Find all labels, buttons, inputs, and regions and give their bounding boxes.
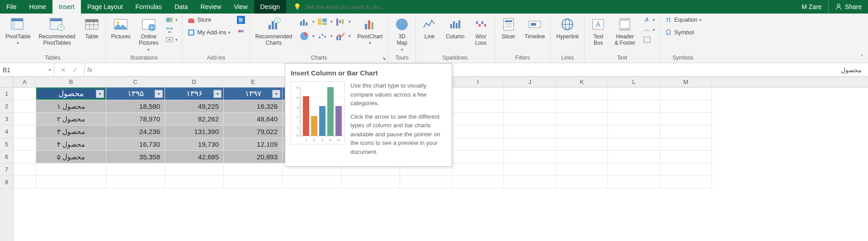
signature-line-button[interactable]: ▾ [642, 25, 656, 34]
tab-page-layout[interactable]: Page Layout [81, 0, 129, 14]
screenshot-button[interactable]: ▾ [165, 35, 179, 44]
cell[interactable] [608, 113, 660, 125]
cell[interactable] [106, 176, 165, 189]
bing-maps-button[interactable]: b [236, 15, 246, 24]
cell[interactable] [660, 163, 712, 176]
cell[interactable]: 82,262 [165, 113, 224, 125]
account-user[interactable]: M Zare [795, 0, 828, 14]
cell[interactable] [14, 88, 36, 100]
cell[interactable]: 19,730 [165, 138, 224, 151]
cell[interactable] [556, 163, 608, 176]
sparkline-line-button[interactable]: Line [420, 15, 439, 41]
filter-dropdown-button[interactable]: ▾ [155, 90, 163, 98]
cancel-formula-button[interactable]: ✕ [61, 66, 66, 74]
filter-dropdown-button[interactable]: ▾ [272, 90, 280, 98]
cell[interactable]: محصول ۱ [36, 100, 106, 113]
cell[interactable] [608, 176, 660, 189]
cell[interactable] [504, 100, 556, 113]
recommended-pivot-button[interactable]: ? Recommended PivotTables [37, 15, 77, 47]
cell[interactable] [106, 163, 165, 176]
cell[interactable] [504, 163, 556, 176]
row-header-8[interactable]: 8 [0, 176, 13, 189]
cell[interactable]: 16,730 [106, 138, 165, 151]
tell-me-search[interactable]: 💡 [286, 0, 429, 14]
insert-waterfall-chart-button[interactable]: ▾ [335, 15, 351, 28]
my-addins-button[interactable]: My Add-ins ▾ [186, 28, 231, 37]
tab-home[interactable]: Home [23, 0, 52, 14]
cell[interactable] [452, 151, 504, 163]
cell[interactable] [165, 163, 224, 176]
cell[interactable] [504, 113, 556, 125]
cell[interactable] [452, 113, 504, 125]
tell-me-input[interactable] [305, 4, 422, 10]
col-header-D[interactable]: D [165, 77, 224, 87]
insert-column-chart-button[interactable]: ▾ [298, 15, 315, 28]
tab-design[interactable]: Design [254, 0, 287, 14]
enter-formula-button[interactable]: ✓ [72, 66, 78, 74]
insert-hierarchy-chart-button[interactable]: ▾ [316, 15, 333, 28]
table-button[interactable]: Table [82, 15, 102, 41]
col-header-E[interactable]: E [224, 77, 283, 87]
cell[interactable] [36, 163, 106, 176]
cell[interactable] [660, 176, 712, 189]
sparkline-column-button[interactable]: Column [444, 15, 466, 41]
cell[interactable] [452, 163, 504, 176]
pivot-table-button[interactable]: PivotTable ▾ [4, 15, 32, 46]
filter-dropdown-button[interactable]: ▾ [96, 90, 104, 98]
tab-insert[interactable]: Insert [52, 0, 81, 14]
pictures-button[interactable]: Pictures [109, 15, 132, 41]
cell[interactable] [36, 176, 106, 189]
cell[interactable] [14, 113, 36, 125]
row-header-5[interactable]: 5 [0, 138, 13, 151]
cell[interactable]: 12,109 [224, 138, 283, 151]
timeline-button[interactable]: Timeline [523, 15, 547, 41]
cell[interactable] [14, 176, 36, 189]
insert-statistic-chart-button[interactable]: ▾ [316, 30, 333, 42]
cell[interactable] [452, 88, 504, 100]
cell[interactable]: 24,236 [106, 125, 165, 138]
cell[interactable] [556, 151, 608, 163]
cell[interactable] [504, 125, 556, 138]
cell[interactable]: 20,893 [224, 151, 283, 163]
3d-map-button[interactable]: 3D Map ▾ [392, 15, 412, 53]
shapes-button[interactable]: ▾ [165, 15, 179, 24]
cell[interactable]: 131,390 [165, 125, 224, 138]
cell[interactable] [165, 176, 224, 189]
cell[interactable]: ۱۳۹۶▾ [165, 88, 224, 100]
cell[interactable] [556, 113, 608, 125]
cell[interactable] [660, 113, 712, 125]
tab-data[interactable]: Data [168, 0, 194, 14]
cell[interactable] [452, 125, 504, 138]
cell[interactable] [608, 151, 660, 163]
cell[interactable]: محصول ۵ [36, 151, 106, 163]
equation-button[interactable]: πEquation ▾ [664, 15, 703, 24]
cell[interactable] [660, 151, 712, 163]
cell[interactable] [608, 163, 660, 176]
row-header-2[interactable]: 2 [0, 100, 13, 113]
cell[interactable] [452, 100, 504, 113]
cell[interactable]: 42,685 [165, 151, 224, 163]
col-header-I[interactable]: I [452, 77, 504, 87]
row-header-7[interactable]: 7 [0, 163, 13, 176]
tab-formulas[interactable]: Formulas [129, 0, 168, 14]
cell[interactable]: محصول ۴ [36, 138, 106, 151]
cell[interactable]: ۱۳۹۵▾ [106, 88, 165, 100]
cell[interactable] [608, 138, 660, 151]
slicer-button[interactable]: Slicer [499, 15, 519, 41]
cell[interactable] [224, 176, 283, 189]
people-graph-button[interactable] [236, 28, 246, 37]
text-box-button[interactable]: AText Box [588, 15, 608, 47]
row-header-6[interactable]: 6 [0, 151, 13, 163]
object-button[interactable] [642, 35, 652, 44]
cell[interactable] [556, 125, 608, 138]
cell[interactable] [608, 88, 660, 100]
cell[interactable] [660, 138, 712, 151]
cell[interactable] [556, 88, 608, 100]
cell[interactable] [452, 138, 504, 151]
cell[interactable]: 79,022 [224, 125, 283, 138]
cell[interactable] [504, 88, 556, 100]
cell[interactable]: محصول ۲ [36, 113, 106, 125]
cell[interactable] [400, 176, 452, 189]
cell[interactable] [14, 125, 36, 138]
cell[interactable]: محصول ۳ [36, 125, 106, 138]
